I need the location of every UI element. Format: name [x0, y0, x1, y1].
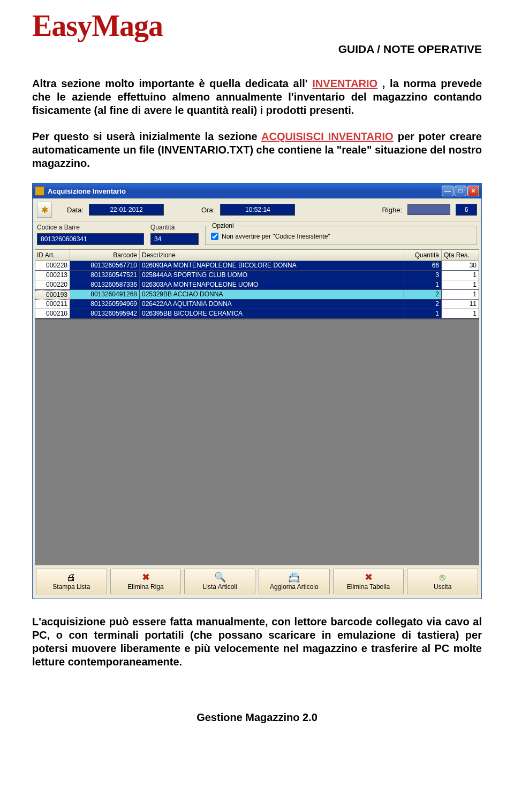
col-header-qty[interactable]: Quantità [404, 250, 442, 261]
col-header-desc[interactable]: Descrizione [140, 250, 404, 261]
cell-desc: 026303AA MONTENAPOLEONE UOMO [140, 280, 404, 290]
header-subtitle: GUIDA / NOTE OPERATIVE [32, 43, 482, 56]
uscita-label: Uscita [434, 583, 451, 591]
cell-qtares: 1 [442, 290, 479, 300]
options-checkbox-label: Non avvertire per "Codice Inesistente" [222, 233, 330, 240]
col-header-qtares[interactable]: Qta Res. [442, 250, 479, 261]
options-frame: Opzioni Non avvertire per "Codice Inesis… [205, 226, 477, 245]
aggiorna-articolo-button[interactable]: 📇 Aggiorna Articolo [259, 569, 330, 594]
delete-table-icon: ✖ [365, 572, 373, 582]
righe-value: 6 [456, 204, 477, 216]
cell-qty: 66 [404, 261, 442, 271]
col-header-barcode[interactable]: Barcode [70, 250, 140, 261]
close-button[interactable]: × [467, 186, 479, 196]
cell-qtares: 1 [442, 271, 479, 280]
exit-icon: ⎋ [440, 572, 445, 582]
cell-id: 000213 [35, 271, 70, 280]
elimina-riga-button[interactable]: ✖ Elimina Riga [110, 569, 182, 594]
app-icon [35, 186, 44, 196]
logo: EasyMaga [32, 11, 482, 41]
bottom-bar: 🖨 Stampa Lista ✖ Elimina Riga 🔍 Lista Ar… [33, 565, 481, 599]
grid: ID Art. Barcode Descrizione Quantità Qta… [33, 249, 481, 565]
window-title: Acquisizione Inventario [48, 187, 442, 195]
table-row[interactable]: 0002288013260567710026093AA MONTENAPOLEO… [35, 261, 479, 271]
righe-blank [407, 204, 450, 215]
titlebar: Acquisizione Inventario — □ × [33, 183, 481, 198]
cell-id: 000228 [35, 261, 70, 271]
qty-label: Quantità [150, 224, 199, 231]
maximize-button[interactable]: □ [455, 186, 466, 196]
qty-group: Quantità [150, 224, 199, 245]
cell-desc: 026422AA AQUITANIA DONNA [140, 300, 404, 309]
cell-qty: 3 [404, 271, 442, 280]
mid-section: Codice a Barre Quantità Opzioni Non avve… [33, 221, 481, 249]
cell-desc: 026395BB BICOLORE CERAMICA [140, 309, 404, 319]
cell-barcode: 8013260567710 [70, 261, 140, 271]
stampa-lista-label: Stampa Lista [52, 583, 90, 591]
table-row[interactable]: 0002208013260587336026303AA MONTENAPOLEO… [35, 280, 479, 290]
uscita-button[interactable]: ⎋ Uscita [407, 569, 478, 594]
elimina-tabella-button[interactable]: ✖ Elimina Tabella [333, 569, 404, 594]
options-checkbox[interactable] [211, 233, 218, 240]
grid-empty-area [35, 319, 479, 565]
table-row[interactable]: 0001938013260491268025329BB ACCIAO DONNA… [35, 290, 479, 300]
cell-id: 000193 [35, 290, 70, 300]
cell-qtares: 1 [442, 280, 479, 290]
footer: Gestione Magazzino 2.0 [32, 711, 482, 724]
toolbar-icon[interactable]: ✱ [37, 202, 52, 218]
cell-qty: 2 [404, 290, 442, 300]
barcode-group: Codice a Barre [37, 224, 144, 245]
p2-link: ACQUISISCI INVENTARIO [261, 131, 394, 142]
lista-articoli-button[interactable]: 🔍 Lista Articoli [184, 569, 255, 594]
grid-body: 0002288013260567710026093AA MONTENAPOLEO… [35, 261, 479, 319]
p2-pre: Per questo si userà inizialmente la sezi… [32, 131, 261, 142]
aggiorna-articolo-label: Aggiorna Articolo [270, 583, 319, 591]
cell-barcode: 8013260491268 [70, 290, 140, 300]
cell-desc: 026093AA MONTENAPOLEONE BICOLORE DONNA [140, 261, 404, 271]
cell-qty: 1 [404, 280, 442, 290]
grid-header: ID Art. Barcode Descrizione Quantità Qta… [35, 249, 479, 261]
refresh-icon: 📇 [288, 572, 300, 582]
cell-qtares: 1 [442, 309, 479, 319]
search-icon: 🔍 [214, 572, 226, 582]
intro-paragraph-1: Altra sezione molto importante è quella … [32, 77, 482, 117]
cell-id: 000210 [35, 309, 70, 319]
data-label: Data: [67, 206, 84, 214]
minimize-button[interactable]: — [442, 186, 453, 196]
data-value: 22-01-2012 [89, 204, 164, 216]
elimina-tabella-label: Elimina Tabella [347, 583, 390, 591]
p1-pre: Altra sezione molto importante è quella … [32, 78, 312, 89]
col-header-id[interactable]: ID Art. [35, 250, 70, 261]
delete-row-icon: ✖ [142, 572, 150, 582]
cell-desc: 025844AA SPORTING CLUB UOMO [140, 271, 404, 280]
cell-qty: 1 [404, 309, 442, 319]
intro-paragraph-3: L'acquisizione può essere fatta manualme… [32, 615, 482, 669]
intro-paragraph-2: Per questo si userà inizialmente la sezi… [32, 130, 482, 170]
cell-id: 000220 [35, 280, 70, 290]
app-window: Acquisizione Inventario — □ × ✱ Data: 22… [32, 183, 482, 599]
table-row[interactable]: 0002138013260547521025844AA SPORTING CLU… [35, 271, 479, 280]
printer-icon: 🖨 [66, 572, 76, 582]
cell-barcode: 8013260547521 [70, 271, 140, 280]
table-row[interactable]: 0002118013260594969026422AA AQUITANIA DO… [35, 300, 479, 309]
cell-qtares: 30 [442, 261, 479, 271]
elimina-riga-label: Elimina Riga [127, 583, 163, 591]
toolbar-row: ✱ Data: 22-01-2012 Ora: 10:52:14 Righe: … [33, 198, 481, 221]
cell-barcode: 8013260587336 [70, 280, 140, 290]
p1-link: INVENTARIO [312, 78, 377, 89]
cell-qty: 2 [404, 300, 442, 309]
ora-value: 10:52:14 [220, 204, 295, 216]
cell-barcode: 8013260595942 [70, 309, 140, 319]
ora-label: Ora: [201, 206, 215, 214]
righe-label: Righe: [382, 206, 402, 214]
options-title: Opzioni [210, 222, 236, 229]
table-row[interactable]: 0002108013260595942026395BB BICOLORE CER… [35, 309, 479, 319]
lista-articoli-label: Lista Articoli [203, 583, 237, 591]
barcode-label: Codice a Barre [37, 224, 144, 231]
barcode-input[interactable] [37, 233, 144, 245]
stampa-lista-button[interactable]: 🖨 Stampa Lista [36, 569, 107, 594]
cell-id: 000211 [35, 300, 70, 309]
cell-barcode: 8013260594969 [70, 300, 140, 309]
options-checkbox-row[interactable]: Non avvertire per "Codice Inesistente" [211, 233, 471, 240]
qty-input[interactable] [150, 233, 199, 245]
